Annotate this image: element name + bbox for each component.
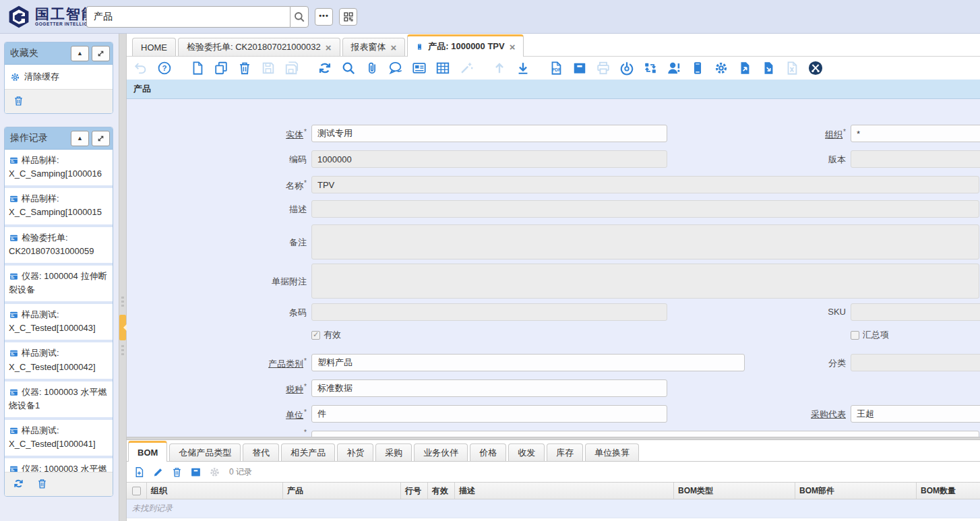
detail-tab-replenishment[interactable]: 补货	[337, 443, 373, 461]
active-checkbox-row: 有效	[311, 329, 341, 341]
field-label-buyer[interactable]: 采购代表	[733, 408, 846, 421]
triangle-up-icon: ▲	[77, 50, 83, 57]
search-button[interactable]	[290, 6, 309, 28]
field-label-name: 名称*	[127, 179, 307, 192]
window-icon	[9, 156, 19, 165]
user-alert-icon[interactable]	[667, 61, 681, 75]
history-collapse-button[interactable]: ▲	[71, 131, 89, 146]
delete-icon[interactable]	[237, 61, 252, 75]
copy-icon[interactable]	[214, 61, 228, 75]
close-icon[interactable]: ×	[326, 42, 332, 53]
column-header-bom-type[interactable]: BOM类型	[674, 483, 795, 499]
field-label-tax[interactable]: 税种*	[127, 383, 307, 396]
block-badge-icon[interactable]	[808, 61, 823, 75]
pdf-export-icon[interactable]	[549, 61, 563, 75]
refresh-icon[interactable]	[317, 61, 332, 75]
column-header-org[interactable]: 组织	[147, 483, 283, 499]
history-item[interactable]: 样品测试: X_C_Tested[1000041]	[5, 420, 113, 458]
triangle-up-icon: ▲	[77, 135, 83, 142]
category-field[interactable]	[311, 354, 745, 371]
column-header-active[interactable]: 有效	[428, 483, 455, 499]
column-header-bom-qty[interactable]: BOM数量	[917, 483, 980, 499]
detail-tab-inventory[interactable]: 库存	[547, 443, 583, 461]
more-options-button[interactable]: •••	[315, 8, 333, 26]
edit-pencil-icon[interactable]	[152, 466, 164, 478]
favorites-expand-button[interactable]	[92, 46, 110, 61]
column-header-product[interactable]: 产品	[283, 483, 401, 499]
global-search-input[interactable]	[86, 6, 290, 28]
record-toolbar	[127, 57, 980, 80]
history-item[interactable]: 样品测试: X_C_Tested[1000042]	[5, 342, 113, 381]
tax-field[interactable]	[311, 379, 667, 397]
column-header-description[interactable]: 描述	[455, 483, 674, 499]
workflow-sync-icon[interactable]	[643, 61, 658, 75]
detail-tab-bom[interactable]: BOM	[128, 441, 167, 462]
sidebar-splitter[interactable]	[119, 34, 127, 521]
detail-tab-unit-conversion[interactable]: 单位换算	[585, 443, 639, 461]
mobile-device-icon[interactable]	[690, 61, 705, 75]
field-label-unit[interactable]: 单位*	[127, 408, 307, 421]
search-record-icon[interactable]	[341, 61, 356, 75]
history-item[interactable]: 样品制样: X_C_Samping[1000015	[5, 188, 113, 226]
report-card-icon[interactable]	[412, 61, 427, 75]
save-icon	[261, 61, 276, 75]
history-item[interactable]: 仪器: 1000003 水平燃烧设备2	[5, 458, 113, 472]
settings-gear-icon[interactable]	[714, 61, 729, 75]
history-item[interactable]: 样品测试: X_C_Tested[1000043]	[5, 304, 113, 342]
tab-report-window[interactable]: 报表窗体×	[342, 38, 406, 56]
history-item[interactable]: 检验委托单: CK201807031000059	[5, 227, 113, 266]
unit-field[interactable]	[311, 405, 667, 423]
detail-tab-substitute[interactable]: 替代	[243, 443, 279, 461]
qr-code-button[interactable]	[339, 8, 357, 26]
favorites-collapse-button[interactable]: ▲	[71, 46, 89, 61]
upload-arrow-icon	[492, 61, 507, 75]
attachment-icon[interactable]	[365, 61, 379, 75]
buyer-field[interactable]	[851, 405, 980, 423]
history-item[interactable]: 仪器: 1000003 水平燃烧设备1	[5, 381, 113, 420]
delete-row-icon[interactable]	[171, 466, 183, 478]
history-item-label: 样品测试: X_C_Tested[1000043]	[9, 309, 96, 333]
tab-product[interactable]: 产品: 1000000 TPV×	[407, 34, 524, 57]
detail-tab-storage-type[interactable]: 仓储产品类型	[169, 443, 241, 461]
close-icon[interactable]: ×	[510, 42, 516, 52]
history-item[interactable]: 样品制样: X_C_Samping[1000016	[5, 150, 113, 188]
detail-tab-price[interactable]: 价格	[470, 443, 506, 461]
archive-box-icon[interactable]	[572, 61, 587, 75]
chat-icon[interactable]	[388, 61, 403, 75]
tab-home[interactable]: HOME	[132, 38, 176, 56]
history-item-label: 仪器: 1000004 拉伸断裂设备	[9, 271, 106, 295]
column-header-line-no[interactable]: 行号	[401, 483, 428, 499]
select-all-checkbox[interactable]	[132, 487, 141, 495]
tab-inspection-order[interactable]: 检验委托单: CK201807021000032×	[178, 38, 340, 56]
help-icon[interactable]	[157, 61, 172, 75]
next-field-partial[interactable]	[311, 431, 979, 437]
entity-field[interactable]	[311, 125, 667, 142]
detail-tab-receipt-dispatch[interactable]: 收发	[508, 443, 545, 461]
history-delete-button[interactable]	[36, 478, 49, 491]
org-field[interactable]	[851, 125, 980, 142]
history-refresh-button[interactable]	[13, 478, 26, 491]
download-arrow-icon[interactable]	[516, 61, 530, 75]
favorites-delete-button[interactable]	[13, 95, 26, 108]
detail-tab-purchasing[interactable]: 采购	[375, 443, 412, 461]
history-item[interactable]: 仪器: 1000004 拉伸断裂设备	[5, 266, 113, 304]
history-expand-button[interactable]	[92, 131, 110, 146]
file-export-icon[interactable]	[737, 61, 752, 75]
save-row-icon[interactable]	[190, 466, 202, 478]
field-label-category[interactable]: 产品类别*	[127, 357, 307, 370]
close-icon[interactable]: ×	[391, 42, 397, 53]
column-header-bom-part[interactable]: BOM部件	[795, 483, 917, 499]
detail-tab-related-products[interactable]: 相关产品	[281, 443, 335, 461]
field-label-entity[interactable]: 实体*	[127, 128, 307, 141]
new-document-icon[interactable]	[190, 61, 205, 75]
add-row-icon[interactable]	[133, 466, 145, 478]
code-field	[311, 150, 667, 168]
detail-tab-business-partner[interactable]: 业务伙伴	[414, 443, 468, 461]
grid-view-icon[interactable]	[435, 61, 450, 75]
splitter-grip	[121, 345, 124, 356]
sidebar-collapse-handle[interactable]	[119, 315, 126, 340]
file-import-icon[interactable]	[761, 61, 776, 75]
field-label-org[interactable]: 组织*	[733, 128, 846, 141]
clear-cache-item[interactable]: 清除缓存	[5, 65, 113, 89]
power-target-icon[interactable]	[619, 61, 634, 75]
